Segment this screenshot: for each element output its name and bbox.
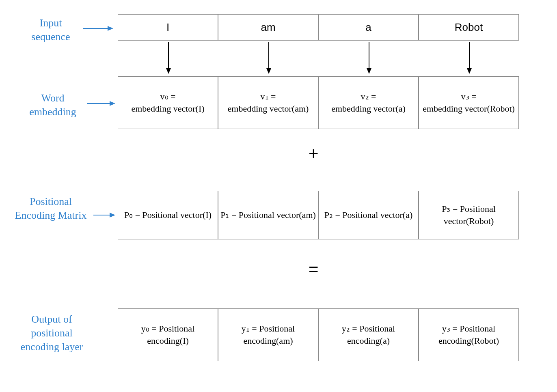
embedding-cell: v₃ =embedding vector(Robot) <box>419 76 519 129</box>
positional-cell: P₂ = Positional vector(a) <box>318 191 419 239</box>
svg-marker-5 <box>110 213 115 218</box>
positional-encoding-row: P₀ = Positional vector(I) P₁ = Positiona… <box>118 191 519 239</box>
token-cell: am <box>218 14 318 41</box>
plus-operator: + <box>309 144 319 164</box>
output-cell: y₀ = Positional encoding(I) <box>118 308 218 361</box>
positional-encoding-diagram: Input sequence Word embedding Positional… <box>8 8 549 384</box>
output-cell: y₂ = Positional encoding(a) <box>318 308 419 361</box>
svg-marker-13 <box>467 68 472 74</box>
embedding-value: embedding vector(a) <box>331 103 406 114</box>
svg-marker-9 <box>266 68 271 74</box>
svg-marker-1 <box>108 26 113 31</box>
embedding-cell: v₁ =embedding vector(am) <box>218 76 318 129</box>
arrow-down-icon <box>265 42 273 74</box>
output-cell: y₁ = Positional encoding(am) <box>218 308 318 361</box>
token-cell: Robot <box>419 14 519 41</box>
arrow-right-icon <box>83 24 114 32</box>
embedding-formula: v₃ = <box>461 91 477 101</box>
label-word-embedding: Word embedding <box>20 91 85 119</box>
embedding-value: embedding vector(Robot) <box>423 103 515 114</box>
embedding-formula: v₁ = <box>261 91 276 101</box>
svg-marker-3 <box>110 101 115 106</box>
arrow-right-icon <box>93 211 116 219</box>
arrow-down-icon <box>365 42 373 74</box>
arrow-right-icon <box>87 99 116 108</box>
token-cell: a <box>318 14 419 41</box>
positional-cell: P₃ = Positional vector(Robot) <box>419 191 519 239</box>
embedding-formula: v₀ = <box>160 91 176 101</box>
svg-marker-7 <box>166 68 171 74</box>
arrow-down-icon <box>164 42 173 74</box>
label-positional-encoding-matrix: Positional Encoding Matrix <box>10 195 91 222</box>
embedding-value: embedding vector(I) <box>131 103 204 114</box>
word-embedding-row: v₀ =embedding vector(I) v₁ =embedding ve… <box>118 76 519 129</box>
output-cell: y₃ = Positional encoding(Robot) <box>419 308 519 361</box>
equals-operator: = <box>309 260 319 279</box>
input-sequence-row: I am a Robot <box>118 14 519 41</box>
svg-marker-11 <box>367 68 371 74</box>
embedding-value: embedding vector(am) <box>228 103 309 114</box>
embedding-cell: v₀ =embedding vector(I) <box>118 76 218 129</box>
output-row: y₀ = Positional encoding(I) y₁ = Positio… <box>118 308 519 361</box>
label-output-layer: Output of positional encoding layer <box>12 312 91 353</box>
arrow-down-icon <box>465 42 473 74</box>
token-cell: I <box>118 14 218 41</box>
positional-cell: P₁ = Positional vector(am) <box>218 191 318 239</box>
label-input-sequence: Input sequence <box>20 16 81 44</box>
embedding-formula: v₂ = <box>361 91 376 101</box>
embedding-cell: v₂ =embedding vector(a) <box>318 76 419 129</box>
positional-cell: P₀ = Positional vector(I) <box>118 191 218 239</box>
